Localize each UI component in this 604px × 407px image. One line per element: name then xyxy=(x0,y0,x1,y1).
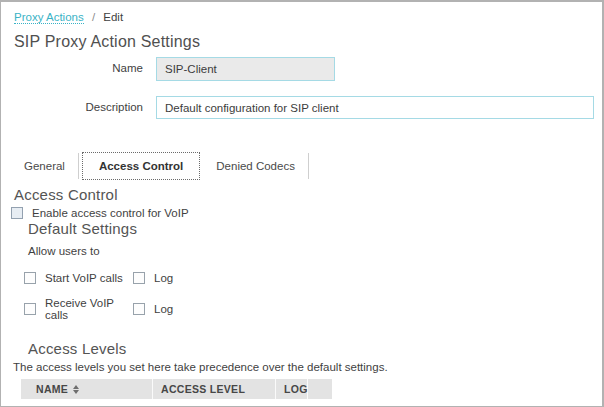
page-title: SIP Proxy Action Settings xyxy=(14,33,200,51)
start-voip-calls-label: Start VoIP calls xyxy=(45,272,130,284)
breadcrumb-current-edit: Edit xyxy=(103,11,123,23)
breadcrumb: Proxy Actions / Edit xyxy=(14,11,123,23)
enable-access-control-checkbox[interactable] xyxy=(11,207,23,219)
column-header-log-label: LOG xyxy=(284,383,308,395)
receive-voip-calls-checkbox[interactable] xyxy=(24,303,36,315)
tab-bar: General Access Control Denied Codecs xyxy=(11,152,309,180)
description-field-label: Description xyxy=(14,101,143,113)
receive-voip-calls-label: Receive VoIP calls xyxy=(45,297,130,321)
start-voip-calls-checkbox[interactable] xyxy=(24,272,36,284)
name-input[interactable] xyxy=(156,57,335,81)
column-header-log[interactable]: LOG xyxy=(276,379,308,399)
receive-voip-calls-log-checkbox[interactable] xyxy=(133,303,145,315)
column-header-access-level-label: ACCESS LEVEL xyxy=(161,383,245,395)
tab-denied-codecs[interactable]: Denied Codecs xyxy=(203,152,308,180)
column-header-name[interactable]: NAME xyxy=(21,379,153,399)
tab-access-control[interactable]: Access Control xyxy=(82,152,200,180)
access-levels-description: The access levels you set here take prec… xyxy=(13,361,388,373)
start-voip-calls-log-checkbox[interactable] xyxy=(133,272,145,284)
start-voip-calls-log-label: Log xyxy=(154,272,173,284)
sip-proxy-action-settings-page: Proxy Actions / Edit SIP Proxy Action Se… xyxy=(0,0,604,407)
access-control-heading: Access Control xyxy=(14,186,118,203)
sort-icon[interactable] xyxy=(73,385,80,394)
enable-access-control-label: Enable access control for VoIP xyxy=(32,207,189,219)
receive-voip-calls-row: Receive VoIP calls Log xyxy=(24,297,254,321)
default-settings-heading: Default Settings xyxy=(28,220,137,237)
column-header-extra xyxy=(308,379,332,399)
tab-divider xyxy=(308,153,309,179)
start-voip-calls-row: Start VoIP calls Log xyxy=(24,272,254,284)
name-field-label: Name xyxy=(14,62,143,74)
enable-access-control-row: Enable access control for VoIP xyxy=(11,207,189,219)
column-header-name-label: NAME xyxy=(36,383,68,395)
tab-general[interactable]: General xyxy=(11,152,78,180)
breadcrumb-link-proxy-actions[interactable]: Proxy Actions xyxy=(14,11,84,24)
tab-divider xyxy=(78,153,79,179)
access-levels-table-header: NAME ACCESS LEVEL LOG xyxy=(21,379,332,399)
breadcrumb-separator: / xyxy=(92,11,95,23)
description-input[interactable] xyxy=(156,96,594,119)
column-header-access-level[interactable]: ACCESS LEVEL xyxy=(153,379,276,399)
receive-voip-calls-log-label: Log xyxy=(154,303,173,315)
access-levels-heading: Access Levels xyxy=(28,340,126,357)
allow-users-to-label: Allow users to xyxy=(28,245,100,257)
